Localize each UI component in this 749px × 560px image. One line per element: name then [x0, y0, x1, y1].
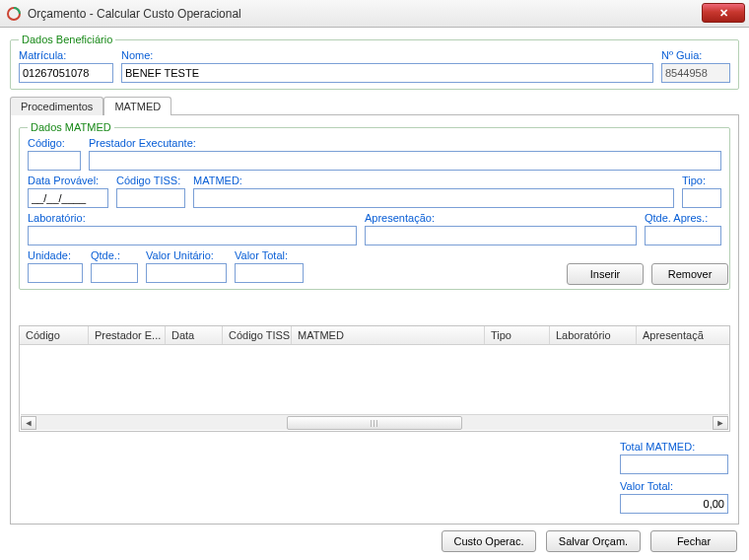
window-title: Orçamento - Calcular Custo Operacional: [28, 7, 241, 21]
matricula-label: Matrícula:: [19, 49, 113, 61]
vu-label: Valor Unitário:: [146, 249, 227, 261]
matmed-name-label: MATMED:: [193, 175, 674, 186]
tabs: Procedimentos MATMED: [10, 96, 739, 114]
dados-beneficiario-group: Dados Beneficiário Matrícula: Nome: Nº G…: [10, 34, 739, 90]
close-button[interactable]: ✕: [702, 3, 745, 23]
app-icon: [6, 6, 22, 22]
matmed-name-input[interactable]: [193, 188, 674, 208]
lab-input[interactable]: [28, 226, 357, 245]
grid-header: Código Prestador E... Data Código TISS M…: [20, 326, 729, 345]
totals-block: Total MATMED: Valor Total:: [620, 441, 728, 514]
close-icon: ✕: [719, 7, 728, 20]
dados-beneficiario-legend: Dados Beneficiário: [19, 34, 115, 45]
vt-label: Valor Total:: [235, 249, 304, 261]
guia-label: Nº Guia:: [661, 49, 730, 61]
vu-input[interactable]: [146, 263, 227, 283]
col-apres[interactable]: Apresentaçã: [637, 326, 729, 344]
col-prestador[interactable]: Prestador E...: [89, 326, 166, 344]
unid-input[interactable]: [28, 263, 83, 283]
dataprov-label: Data Provável:: [28, 175, 108, 186]
total-matmed-label: Total MATMED:: [620, 441, 728, 453]
prestador-input[interactable]: [89, 151, 721, 171]
col-matmed[interactable]: MATMED: [292, 326, 485, 344]
ctiss-input[interactable]: [116, 188, 185, 208]
col-tipo[interactable]: Tipo: [485, 326, 550, 344]
nome-input[interactable]: [121, 63, 653, 83]
ctiss-label: Código TISS:: [116, 175, 185, 186]
dados-matmed-legend: Dados MATMED: [28, 121, 114, 133]
qapres-label: Qtde. Apres.:: [645, 212, 721, 224]
fechar-button[interactable]: Fechar: [650, 530, 737, 552]
col-lab[interactable]: Laboratório: [550, 326, 637, 344]
dataprov-input[interactable]: [28, 188, 108, 208]
remover-button[interactable]: Remover: [651, 263, 728, 285]
window-body: Dados Beneficiário Matrícula: Nome: Nº G…: [0, 28, 749, 560]
tab-matmed[interactable]: MATMED: [103, 97, 171, 115]
tab-panel-matmed: Dados MATMED Código: Prestador Executant…: [10, 114, 739, 525]
valor-total-value: [620, 494, 728, 514]
col-codigo[interactable]: Código: [20, 326, 89, 344]
total-matmed-value: [620, 455, 728, 474]
scroll-track[interactable]: [36, 416, 713, 430]
codigo-input[interactable]: [28, 151, 81, 171]
tipo-input[interactable]: [682, 188, 721, 208]
tipo-label: Tipo:: [682, 175, 721, 186]
valor-total-label: Valor Total:: [620, 480, 728, 492]
horizontal-scrollbar[interactable]: ◄ ►: [21, 414, 728, 430]
matmed-grid: Código Prestador E... Data Código TISS M…: [19, 325, 730, 432]
guia-input: [661, 63, 730, 83]
tab-procedimentos[interactable]: Procedimentos: [10, 97, 103, 115]
qtde-label: Qtde.:: [91, 249, 138, 261]
scroll-left-arrow-icon[interactable]: ◄: [21, 416, 36, 430]
qapres-input[interactable]: [645, 226, 721, 245]
nome-label: Nome:: [121, 49, 653, 61]
apres-label: Apresentação:: [365, 212, 637, 224]
matricula-input[interactable]: [19, 63, 113, 83]
apres-input[interactable]: [365, 226, 637, 245]
scroll-right-arrow-icon[interactable]: ►: [713, 416, 728, 430]
col-data[interactable]: Data: [166, 326, 223, 344]
codigo-label: Código:: [28, 137, 81, 149]
unid-label: Unidade:: [28, 249, 83, 261]
titlebar: Orçamento - Calcular Custo Operacional ✕: [0, 0, 749, 28]
custo-operac-button[interactable]: Custo Operac.: [442, 530, 536, 552]
lab-label: Laboratório:: [28, 212, 357, 224]
col-ctiss[interactable]: Código TISS: [223, 326, 292, 344]
salvar-orcam-button[interactable]: Salvar Orçam.: [546, 530, 641, 552]
scroll-thumb[interactable]: [287, 416, 462, 430]
prestador-label: Prestador Executante:: [89, 137, 721, 149]
footer-buttons: Custo Operac. Salvar Orçam. Fechar: [10, 525, 739, 552]
vt-input[interactable]: [235, 263, 304, 283]
inserir-button[interactable]: Inserir: [567, 263, 644, 285]
qtde-input[interactable]: [91, 263, 138, 283]
